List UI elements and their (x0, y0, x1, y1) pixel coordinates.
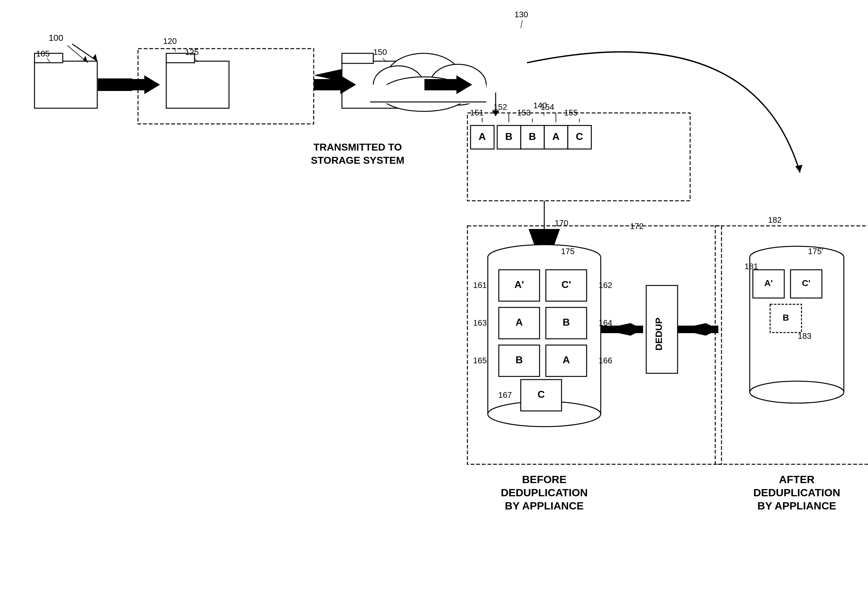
svg-text:C: C (537, 389, 545, 400)
svg-text:B: B (515, 354, 523, 365)
svg-text:125: 125 (185, 47, 199, 57)
svg-text:A: A (478, 131, 486, 142)
svg-marker-21 (795, 165, 802, 173)
diagram-svg: A' C' A B B A C 161 162 163 164 165 166 … (0, 0, 868, 591)
svg-text:A: A (552, 131, 559, 142)
svg-text:130: 130 (514, 10, 528, 19)
svg-text:152: 152 (493, 102, 507, 112)
svg-text:BY APPLIANCE: BY APPLIANCE (505, 500, 583, 512)
svg-text:161: 161 (473, 281, 487, 290)
svg-text:183: 183 (798, 331, 811, 341)
svg-rect-55 (601, 326, 643, 333)
svg-rect-58 (678, 326, 718, 333)
svg-text:172: 172 (630, 222, 644, 231)
diagram-container: A' C' A B B A C 161 162 163 164 165 166 … (0, 0, 868, 591)
svg-text:182: 182 (768, 215, 781, 225)
svg-text:151: 151 (470, 108, 483, 117)
svg-text:140: 140 (533, 101, 547, 110)
svg-marker-126 (424, 79, 456, 90)
svg-text:163: 163 (473, 318, 487, 328)
svg-text:100: 100 (49, 33, 63, 43)
svg-line-110 (521, 21, 522, 28)
svg-text:TRANSMITTED TO: TRANSMITTED TO (313, 142, 402, 153)
svg-text:170: 170 (555, 218, 568, 228)
svg-text:153: 153 (517, 108, 530, 117)
svg-text:DEDUPLICATION: DEDUPLICATION (500, 486, 588, 498)
svg-marker-124 (314, 79, 340, 90)
svg-text:165: 165 (473, 356, 487, 365)
svg-text:STORAGE SYSTEM: STORAGE SYSTEM (311, 155, 404, 166)
svg-text:AFTER: AFTER (779, 473, 814, 485)
svg-text:DEDUPLICATION: DEDUPLICATION (753, 486, 840, 498)
svg-rect-8 (166, 61, 229, 108)
svg-text:DEDUP: DEDUP (654, 318, 664, 350)
svg-rect-12 (342, 53, 373, 64)
svg-text:B: B (505, 131, 512, 142)
svg-text:C': C' (561, 279, 571, 290)
svg-rect-2 (34, 61, 97, 108)
svg-text:105: 105 (36, 49, 50, 58)
svg-text:162: 162 (599, 281, 612, 290)
svg-text:150: 150 (373, 47, 387, 57)
svg-text:167: 167 (498, 390, 512, 400)
svg-marker-122 (98, 79, 144, 90)
svg-text:175': 175' (808, 247, 823, 256)
svg-text:120: 120 (163, 36, 177, 46)
svg-text:A: A (562, 354, 570, 365)
svg-text:A: A (515, 316, 523, 328)
svg-text:B: B (562, 316, 570, 328)
svg-point-64 (750, 381, 844, 403)
svg-text:181: 181 (744, 262, 758, 271)
svg-text:BEFORE: BEFORE (522, 473, 567, 485)
svg-text:A': A' (514, 279, 524, 290)
svg-text:B: B (528, 131, 536, 142)
svg-marker-123 (144, 75, 160, 94)
svg-text:C: C (576, 131, 583, 142)
svg-text:175: 175 (561, 247, 574, 256)
svg-text:A': A' (765, 278, 773, 288)
svg-text:BY APPLIANCE: BY APPLIANCE (757, 500, 836, 512)
svg-text:B: B (783, 313, 789, 322)
svg-text:166: 166 (599, 356, 612, 365)
svg-text:C': C' (802, 278, 810, 288)
svg-text:155: 155 (564, 108, 577, 117)
